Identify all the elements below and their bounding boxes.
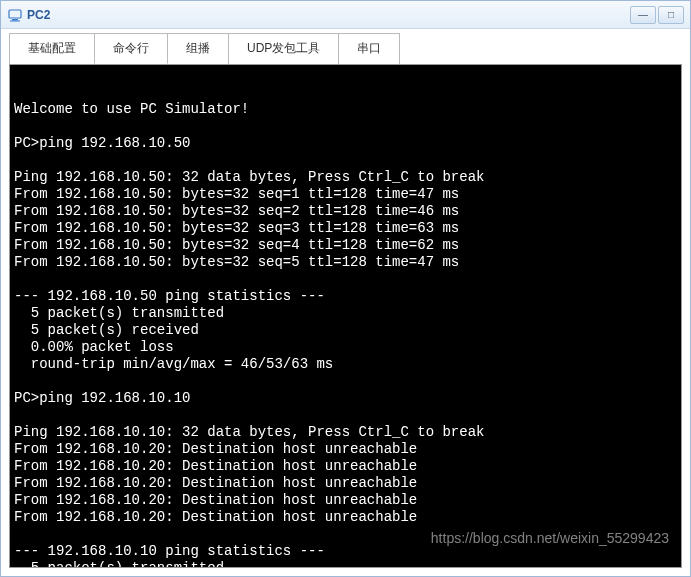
watermark-text: https://blog.csdn.net/weixin_55299423	[431, 530, 669, 547]
terminal-line: 5 packet(s) received	[14, 322, 677, 339]
terminal-line: From 192.168.10.20: Destination host unr…	[14, 492, 677, 509]
svg-rect-0	[9, 10, 21, 18]
terminal-line: From 192.168.10.50: bytes=32 seq=5 ttl=1…	[14, 254, 677, 271]
terminal-line: From 192.168.10.20: Destination host unr…	[14, 441, 677, 458]
terminal-line: From 192.168.10.20: Destination host unr…	[14, 475, 677, 492]
svg-rect-2	[10, 20, 20, 21]
terminal-line: From 192.168.10.50: bytes=32 seq=4 ttl=1…	[14, 237, 677, 254]
tab-basic-config[interactable]: 基础配置	[9, 33, 95, 64]
terminal-line	[14, 118, 677, 135]
terminal-line: 5 packet(s) transmitted	[14, 305, 677, 322]
terminal-line: Ping 192.168.10.50: 32 data bytes, Press…	[14, 169, 677, 186]
terminal-line: 5 packet(s) transmitted	[14, 560, 677, 568]
terminal-line: From 192.168.10.20: Destination host unr…	[14, 509, 677, 526]
tab-command-line[interactable]: 命令行	[94, 33, 168, 64]
app-icon	[7, 7, 23, 23]
terminal-line: From 192.168.10.50: bytes=32 seq=3 ttl=1…	[14, 220, 677, 237]
terminal-line: From 192.168.10.20: Destination host unr…	[14, 458, 677, 475]
terminal-line: Welcome to use PC Simulator!	[14, 101, 677, 118]
window-title: PC2	[27, 8, 50, 22]
title-bar: PC2 — □	[1, 1, 690, 29]
title-left: PC2	[7, 7, 50, 23]
tab-bar: 基础配置 命令行 组播 UDP发包工具 串口	[1, 29, 690, 64]
terminal-line: From 192.168.10.50: bytes=32 seq=1 ttl=1…	[14, 186, 677, 203]
tab-udp-tool[interactable]: UDP发包工具	[228, 33, 339, 64]
terminal-line: Ping 192.168.10.10: 32 data bytes, Press…	[14, 424, 677, 441]
tab-multicast[interactable]: 组播	[167, 33, 229, 64]
window-controls: — □	[630, 6, 684, 24]
terminal-line	[14, 373, 677, 390]
terminal-output[interactable]: Welcome to use PC Simulator! PC>ping 192…	[9, 64, 682, 568]
minimize-button[interactable]: —	[630, 6, 656, 24]
terminal-line: PC>ping 192.168.10.10	[14, 390, 677, 407]
tab-serial[interactable]: 串口	[338, 33, 400, 64]
terminal-line	[14, 152, 677, 169]
terminal-line: --- 192.168.10.50 ping statistics ---	[14, 288, 677, 305]
svg-rect-1	[12, 19, 18, 21]
terminal-line: round-trip min/avg/max = 46/53/63 ms	[14, 356, 677, 373]
terminal-line	[14, 271, 677, 288]
app-window: PC2 — □ 基础配置 命令行 组播 UDP发包工具 串口 Welcome t…	[0, 0, 691, 577]
terminal-line: 0.00% packet loss	[14, 339, 677, 356]
maximize-button[interactable]: □	[658, 6, 684, 24]
terminal-line: From 192.168.10.50: bytes=32 seq=2 ttl=1…	[14, 203, 677, 220]
terminal-line	[14, 407, 677, 424]
terminal-line: PC>ping 192.168.10.50	[14, 135, 677, 152]
